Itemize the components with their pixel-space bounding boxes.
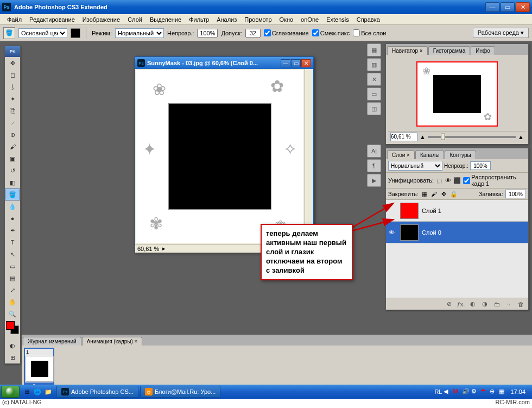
doc-info-icon[interactable]: ▸ [162, 245, 166, 252]
navigator-view[interactable]: ❀ ✿ [388, 57, 526, 131]
lock-pixels-icon[interactable]: 🖌 [430, 190, 438, 198]
screenmode-toggle[interactable]: ⊞ [5, 351, 20, 363]
dock-char-icon[interactable]: A| [367, 145, 381, 158]
tolerance-input[interactable] [245, 29, 261, 37]
menu-select[interactable]: Выделение [146, 15, 185, 24]
menu-onone[interactable]: onOne [297, 15, 322, 24]
menu-help[interactable]: Справка [353, 15, 384, 24]
lock-transparency-icon[interactable]: ▦ [421, 190, 428, 198]
contiguous-check[interactable]: Смеж.пикс [312, 29, 350, 36]
path-tool[interactable]: ↖ [5, 248, 20, 260]
dock-swatches-icon[interactable]: ◫ [367, 102, 381, 115]
unify-style-icon[interactable]: ⬛ [453, 177, 461, 184]
wand-tool[interactable]: ✦ [5, 93, 20, 105]
zoom-tool[interactable]: 🔍 [5, 308, 20, 320]
doc-maximize[interactable]: ▭ [291, 59, 301, 67]
fill-source-select[interactable]: Основной цвет [18, 28, 67, 38]
tab-layers[interactable]: Слои × [387, 150, 415, 159]
quickmask-toggle[interactable]: ◐ [5, 340, 20, 351]
blend-mode-select[interactable]: Нормальный [115, 28, 164, 38]
menu-view[interactable]: Просмотр [240, 15, 275, 24]
dock-brushes-icon[interactable]: ▦ [367, 43, 381, 57]
unify-vis-icon[interactable]: 👁 [445, 177, 451, 184]
doc-close[interactable]: ✕ [301, 59, 311, 67]
shape-tool[interactable]: ▭ [5, 260, 20, 272]
layer-blend-select[interactable]: Нормальный [388, 161, 442, 171]
menu-window[interactable]: Окно [276, 15, 297, 24]
zoom-slider[interactable] [428, 136, 516, 138]
ql-ie-icon[interactable]: 🌐 [33, 387, 42, 397]
tab-measurement-log[interactable]: Журнал измерений [23, 337, 81, 346]
color-swatches[interactable] [5, 320, 20, 340]
tab-animation[interactable]: Анимация (кадры) × [82, 337, 143, 346]
layer-row-0[interactable]: 👁 Слой 0 [386, 222, 528, 243]
lasso-tool[interactable]: ⟆ [5, 81, 20, 93]
tray-icon[interactable]: M [453, 388, 460, 396]
opacity-input[interactable] [197, 29, 218, 37]
tab-navigator[interactable]: Навигатор × [387, 46, 428, 55]
doc-zoom[interactable]: 60,61 % [137, 246, 159, 252]
doc-scrollbar[interactable] [305, 69, 313, 243]
clock[interactable]: 17:04 [508, 388, 528, 395]
tray-icon[interactable]: ⚙ [471, 388, 479, 396]
propagate-check[interactable]: Распространить кадр 1 [463, 174, 526, 187]
tray-icon[interactable]: ▦ [499, 388, 506, 396]
pen-tool[interactable]: ✒ [5, 224, 20, 236]
fill-input[interactable] [505, 190, 526, 198]
background-swatch[interactable] [71, 28, 80, 38]
history-brush-tool[interactable]: ↺ [5, 165, 20, 177]
stamp-tool[interactable]: ▣ [5, 153, 20, 165]
layer-row-1[interactable]: Слой 1 [386, 200, 528, 222]
adjustment-layer-icon[interactable]: ◑ [480, 300, 489, 309]
new-group-icon[interactable]: 🗀 [492, 300, 501, 309]
tab-channels[interactable]: Каналы [415, 150, 445, 159]
menu-file[interactable]: Файл [3, 15, 26, 24]
move-tool[interactable]: ✥ [5, 57, 20, 69]
minimize-button[interactable]: — [485, 2, 499, 12]
foreground-swatch[interactable] [6, 321, 15, 330]
tab-histogram[interactable]: Гистограмма [428, 46, 471, 55]
crop-tool[interactable]: ⿻ [5, 105, 20, 117]
delete-layer-icon[interactable]: 🗑 [516, 300, 525, 309]
tray-antivirus-icon[interactable]: ☂ [480, 388, 488, 396]
dock-actions-icon[interactable]: ▶ [367, 174, 381, 187]
marquee-tool[interactable]: ◻ [5, 69, 20, 81]
lang-indicator[interactable]: RL [434, 388, 442, 395]
layer1-thumb[interactable] [400, 203, 419, 219]
brush-tool[interactable]: 🖌 [5, 141, 20, 153]
ql-icon[interactable]: 📁 [43, 387, 53, 397]
menu-edit[interactable]: Редактирование [26, 15, 79, 24]
tray-icon[interactable]: ◀ [444, 388, 451, 396]
new-layer-icon[interactable]: ▫ [504, 300, 513, 309]
dock-layercomps-icon[interactable]: ▭ [367, 87, 381, 101]
bucket-tool-icon[interactable]: 🪣 [3, 27, 15, 39]
tray-volume-icon[interactable]: 🔊 [462, 388, 470, 396]
dock-para-icon[interactable]: ¶ [367, 159, 381, 172]
eraser-tool[interactable]: ◧ [5, 177, 20, 189]
dock-clone-icon[interactable]: ▥ [367, 58, 381, 71]
blur-tool[interactable]: 💧 [5, 200, 20, 212]
workspace-menu[interactable]: Рабочая среда ▾ [473, 28, 529, 38]
type-tool[interactable]: T [5, 236, 20, 248]
layer1-name[interactable]: Слой 1 [422, 208, 528, 214]
layer0-name[interactable]: Слой 0 [422, 229, 528, 236]
tray-icon[interactable]: ⊕ [490, 388, 497, 396]
bucket-tool[interactable]: 🪣 [5, 189, 20, 200]
zoom-out-icon[interactable]: ▲ [420, 134, 426, 140]
healing-tool[interactable]: ⊕ [5, 129, 20, 141]
unify-pos-icon[interactable]: ⬚ [436, 177, 442, 184]
layer0-thumb[interactable] [400, 224, 419, 241]
slice-tool[interactable]: ⟋ [5, 117, 20, 129]
dodge-tool[interactable]: ● [5, 212, 20, 224]
menu-layer[interactable]: Слой [124, 15, 146, 24]
antialias-check[interactable]: Сглаживание [264, 29, 309, 36]
menu-analysis[interactable]: Анализ [213, 15, 240, 24]
doc-minimize[interactable]: — [281, 59, 290, 67]
link-layers-icon[interactable]: ⊘ [445, 300, 453, 309]
lock-position-icon[interactable]: ✥ [440, 190, 448, 198]
doc-titlebar[interactable]: Ps SunnyMask - 03.jpg @ 60,6% (Слой 0...… [135, 57, 313, 69]
layer-opacity-input[interactable] [470, 161, 491, 170]
ql-desktop-icon[interactable]: 🖥 [22, 387, 31, 397]
close-button[interactable]: ✕ [516, 2, 530, 12]
eyedropper-tool[interactable]: ⤢ [5, 284, 20, 296]
